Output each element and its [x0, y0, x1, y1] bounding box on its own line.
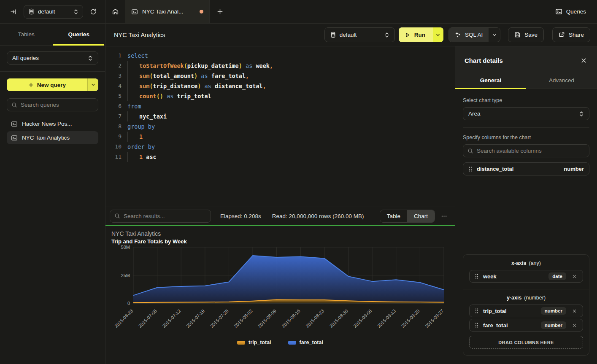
line-number: 9 [109, 132, 122, 142]
sql-ai-main: SQL AI [449, 28, 489, 42]
code-line[interactable]: 7nyc_taxi [109, 111, 455, 121]
search-queries-input[interactable] [21, 102, 94, 108]
code-line[interactable]: 3sum(total_amount) as fare_total, [109, 71, 455, 81]
search-queries-box [7, 98, 98, 111]
column-type: number [564, 166, 584, 172]
drag-columns-dropzone[interactable]: DRAG COLUMNS HERE [469, 336, 583, 349]
refresh-button[interactable] [87, 6, 99, 18]
tab-queries[interactable]: Queries [53, 24, 105, 45]
x-axis-hint: (any) [529, 260, 540, 266]
query-filter-select[interactable]: All queries [7, 51, 98, 65]
search-columns-input[interactable] [477, 148, 585, 154]
tab-general[interactable]: General [455, 73, 526, 89]
panel-header: Chart details [455, 46, 597, 73]
code-line[interactable]: 2toStartOfWeek(pickup_datetime) as week, [109, 61, 455, 71]
x-axis-column-week[interactable]: week date [469, 270, 583, 283]
query-header: NYC Taxi Analytics default Run [105, 24, 597, 46]
y-axis-header: y-axis (number) [469, 295, 583, 301]
home-tab-button[interactable] [105, 0, 125, 23]
new-query-button[interactable]: New query [7, 78, 98, 91]
svg-text:2015-07-19: 2015-07-19 [185, 308, 205, 329]
tab-advanced[interactable]: Advanced [526, 73, 597, 89]
legend-item-trip_total[interactable]: trip_total [237, 340, 271, 345]
query-filter-value: All queries [12, 55, 84, 61]
drag-handle-icon [475, 322, 479, 328]
share-button[interactable]: Share [552, 27, 590, 42]
code-text: toStartOfWeek(pickup_datetime) as week, [122, 61, 273, 71]
code-text: sum(total_amount) as fare_total, [122, 71, 249, 81]
chart-type-value: Area [468, 111, 575, 117]
code-line[interactable]: 1select [109, 51, 455, 61]
run-options-caret[interactable] [433, 27, 443, 42]
legend-item-fare_total[interactable]: fare_total [288, 340, 323, 345]
svg-text:2015-06-28: 2015-06-28 [113, 308, 134, 329]
remove-column-button[interactable] [570, 308, 578, 314]
legend-swatch [288, 341, 296, 345]
sidebar-divider [0, 71, 105, 72]
share-button-label: Share [569, 32, 584, 38]
code-text: nyc_taxi [122, 111, 167, 121]
save-button[interactable]: Save [508, 27, 544, 42]
svg-text:2015-07-05: 2015-07-05 [138, 308, 158, 329]
play-icon [405, 32, 411, 38]
query-list-item-nyc-taxi[interactable]: NYC Taxi Analytics [7, 131, 98, 144]
tab-strip: NYC Taxi Anal... [105, 0, 230, 23]
code-text: group by [122, 121, 155, 132]
code-line[interactable]: 111 asc [109, 152, 455, 162]
plus-icon [28, 82, 34, 88]
view-table-button[interactable]: Table [380, 210, 407, 222]
y-axis-column-trip-total[interactable]: trip_total number [469, 305, 583, 317]
run-database-selector[interactable]: default [324, 27, 395, 42]
chevron-updown-icon [579, 111, 584, 117]
code-line[interactable]: 4sum(trip_distance) as distance_total, [109, 81, 455, 91]
chart-canvas: 025M50M2015-06-282015-07-052015-07-12201… [111, 245, 447, 338]
query-list-item-hacker-news[interactable]: Hacker News Pos... [7, 117, 98, 130]
svg-text:25M: 25M [121, 273, 130, 278]
tab-advanced-label: Advanced [549, 77, 574, 84]
view-chart-button[interactable]: Chart [407, 210, 435, 222]
search-columns-box [463, 144, 589, 157]
close-icon [572, 309, 577, 313]
collapse-sidebar-button[interactable] [8, 6, 19, 18]
legend-label: fare_total [300, 340, 323, 345]
line-number: 8 [109, 121, 122, 132]
search-results-input[interactable] [124, 213, 206, 219]
chevron-updown-icon [88, 55, 93, 61]
code-line[interactable]: 6from [109, 101, 455, 111]
column-name: trip_total [483, 308, 537, 314]
column-type-badge: date [548, 272, 566, 280]
sql-ai-caret[interactable] [489, 28, 500, 42]
close-panel-button[interactable] [580, 57, 588, 65]
close-icon [572, 274, 577, 279]
chart-type-label: Select chart type [463, 97, 589, 103]
search-results-box [110, 210, 211, 223]
code-text: 1 asc [122, 152, 157, 162]
column-name: week [483, 273, 544, 280]
code-text: from [122, 101, 141, 111]
code-line[interactable]: 91 [109, 132, 455, 142]
results-more-button[interactable] [438, 211, 450, 221]
tab-tables[interactable]: Tables [0, 24, 53, 45]
database-selector[interactable]: default [24, 5, 83, 19]
tab-nyc-taxi-analytics[interactable]: NYC Taxi Anal... [125, 0, 210, 23]
code-line[interactable]: 10order by [109, 142, 455, 152]
code-line[interactable]: 8group by [109, 121, 455, 132]
terminal-icon [11, 121, 18, 127]
code-line[interactable]: 5count() as trip_total [109, 91, 455, 101]
y-axis-column-fare-total[interactable]: fare_total number [469, 319, 583, 332]
sql-editor[interactable]: 1select2toStartOfWeek(pickup_datetime) a… [105, 46, 455, 207]
chart-type-select[interactable]: Area [463, 107, 589, 120]
queries-menu-button[interactable]: Queries [544, 0, 597, 23]
remove-column-button[interactable] [570, 273, 578, 280]
elapsed-stat: Elapsed: 0.208s [220, 213, 261, 219]
remove-column-button[interactable] [570, 322, 578, 329]
new-tab-button[interactable] [210, 0, 230, 23]
new-query-caret[interactable] [87, 78, 98, 91]
svg-text:2015-09-20: 2015-09-20 [400, 308, 421, 329]
available-column-distance-total[interactable]: distance_total number [463, 162, 589, 175]
run-button[interactable]: Run [399, 27, 443, 42]
chart-details-panel: Chart details General Advanced [455, 46, 597, 364]
column-name: fare_total [483, 322, 537, 329]
terminal-icon [11, 135, 18, 141]
sql-ai-button[interactable]: SQL AI [448, 27, 500, 42]
